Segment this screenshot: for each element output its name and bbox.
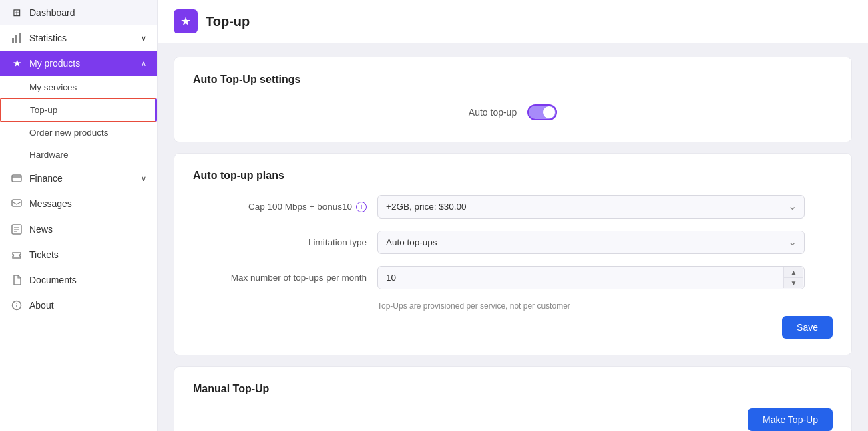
limitation-select-wrapper: Auto top-ups Manual only xyxy=(377,231,805,254)
tickets-icon xyxy=(11,249,23,261)
sidebar-item-label: Dashboard xyxy=(29,7,75,18)
sidebar-item-messages[interactable]: Messages xyxy=(0,191,157,217)
chevron-down-icon: ∨ xyxy=(141,174,146,183)
hint-text: Top-Ups are provisioned per service, not… xyxy=(377,301,833,311)
sidebar-item-label: Finance xyxy=(29,173,63,184)
max-control: ▲ ▼ xyxy=(377,266,805,289)
sidebar-sub-item-hardware[interactable]: Hardware xyxy=(0,144,157,166)
documents-icon xyxy=(11,274,23,286)
sidebar-sub-item-order-new-products[interactable]: Order new products xyxy=(0,122,157,144)
sidebar-item-documents[interactable]: Documents xyxy=(0,267,157,293)
auto-topup-settings-card: Auto Top-Up settings Auto top-up xyxy=(174,57,852,142)
auto-topup-settings-title: Auto Top-Up settings xyxy=(193,74,833,86)
spinner-down-button[interactable]: ▼ xyxy=(784,278,803,288)
auto-topup-plans-title: Auto top-up plans xyxy=(193,170,833,182)
svg-point-12 xyxy=(16,303,17,304)
sidebar-sub-label: Order new products xyxy=(29,128,109,138)
sidebar-item-label: Tickets xyxy=(29,249,59,260)
messages-icon xyxy=(11,198,23,210)
sidebar-sub-label: Hardware xyxy=(29,150,69,160)
sidebar-item-dashboard[interactable]: ⊞ Dashboard xyxy=(0,0,157,25)
chevron-down-icon: ∨ xyxy=(141,34,146,43)
max-number-input[interactable] xyxy=(377,266,805,289)
sidebar-item-label: About xyxy=(29,300,54,311)
make-topup-button[interactable]: Make Top-Up xyxy=(748,408,833,431)
toggle-row: Auto top-up xyxy=(193,99,833,126)
sidebar-item-label: My products xyxy=(29,58,80,69)
max-row: Max number of top-ups per month ▲ ▼ xyxy=(193,266,833,289)
make-topup-row: Make Top-Up xyxy=(193,408,833,431)
auto-topup-plans-card: Auto top-up plans Cap 100 Mbps + bonus10… xyxy=(174,153,852,355)
cap-select[interactable]: +2GB, price: $30.00 +5GB, price: $60.00 … xyxy=(377,195,805,219)
number-spinners: ▲ ▼ xyxy=(783,267,803,288)
save-row: Save xyxy=(193,316,833,339)
about-icon xyxy=(11,299,23,311)
svg-rect-3 xyxy=(12,175,21,182)
number-input-wrapper: ▲ ▼ xyxy=(377,266,805,289)
sidebar-item-label: Statistics xyxy=(29,33,67,43)
svg-rect-0 xyxy=(12,38,14,43)
main-content: ★ Top-up Auto Top-Up settings Auto top-u… xyxy=(158,0,868,431)
cap-control: +2GB, price: $30.00 +5GB, price: $60.00 … xyxy=(377,195,805,219)
statistics-icon xyxy=(11,32,23,44)
auto-topup-toggle[interactable] xyxy=(527,104,557,120)
dashboard-icon: ⊞ xyxy=(11,7,23,19)
page-title: Top-up xyxy=(206,14,250,29)
chevron-up-icon: ∧ xyxy=(141,59,146,68)
sidebar-item-statistics[interactable]: Statistics ∨ xyxy=(0,25,157,51)
sidebar-item-label: Documents xyxy=(29,275,77,285)
manual-topup-title: Manual Top-Up xyxy=(193,383,833,395)
sidebar-sub-item-top-up[interactable]: Top-up xyxy=(0,98,157,122)
star-icon: ★ xyxy=(11,57,23,69)
svg-rect-2 xyxy=(19,33,21,43)
news-icon xyxy=(11,223,23,235)
sidebar-item-tickets[interactable]: Tickets xyxy=(0,242,157,267)
sidebar-item-about[interactable]: About xyxy=(0,293,157,318)
sidebar-item-my-products[interactable]: ★ My products ∧ xyxy=(0,51,157,76)
sidebar-sub-label: Top-up xyxy=(30,105,57,115)
cap-label: Cap 100 Mbps + bonus10 i xyxy=(193,202,367,212)
page-header: ★ Top-up xyxy=(158,0,868,43)
spinner-up-button[interactable]: ▲ xyxy=(784,267,803,278)
limitation-control: Auto top-ups Manual only xyxy=(377,231,805,254)
max-label: Max number of top-ups per month xyxy=(193,273,367,283)
sidebar-item-finance[interactable]: Finance ∨ xyxy=(0,166,157,191)
manual-topup-card: Manual Top-Up Make Top-Up xyxy=(174,366,852,431)
toggle-label: Auto top-up xyxy=(469,107,517,118)
svg-rect-5 xyxy=(12,200,21,206)
cap-info-icon[interactable]: i xyxy=(356,202,367,212)
sidebar-item-label: News xyxy=(29,224,53,235)
sidebar-sub-item-my-services[interactable]: My services xyxy=(0,76,157,98)
sidebar-sub-label: My services xyxy=(29,82,77,92)
cap-select-wrapper: +2GB, price: $30.00 +5GB, price: $60.00 … xyxy=(377,195,805,219)
limitation-label: Limitation type xyxy=(193,237,367,247)
save-button[interactable]: Save xyxy=(782,316,833,339)
svg-rect-1 xyxy=(15,35,17,43)
finance-icon xyxy=(11,172,23,184)
limitation-select[interactable]: Auto top-ups Manual only xyxy=(377,231,805,254)
cap-row: Cap 100 Mbps + bonus10 i +2GB, price: $3… xyxy=(193,195,833,219)
sidebar-item-label: Messages xyxy=(29,198,72,209)
sidebar: ⊞ Dashboard Statistics ∨ ★ My products ∧… xyxy=(0,0,158,431)
sidebar-item-news[interactable]: News xyxy=(0,217,157,242)
page-content: Auto Top-Up settings Auto top-up Auto to… xyxy=(158,43,868,431)
page-header-icon: ★ xyxy=(174,9,198,33)
limitation-row: Limitation type Auto top-ups Manual only xyxy=(193,231,833,254)
